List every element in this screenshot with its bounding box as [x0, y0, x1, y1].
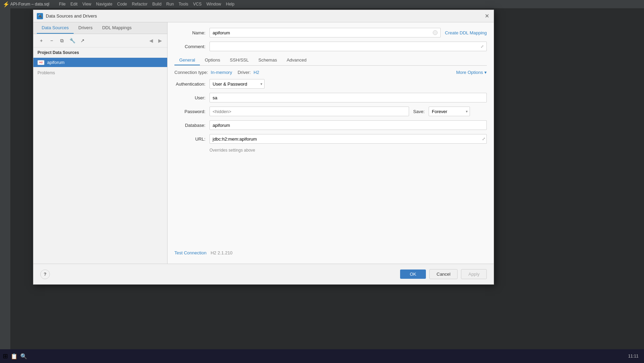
- menu-bar: ⚡ API-Forum – data.sql File Edit View Na…: [0, 0, 644, 8]
- menu-run[interactable]: Run: [164, 1, 176, 7]
- dialog-titlebar: 🔌 Data Sources and Drivers ✕: [33, 10, 494, 22]
- apply-button[interactable]: Apply: [461, 269, 487, 279]
- tab-advanced[interactable]: Advanced: [282, 55, 311, 65]
- more-options-chevron-icon: ▾: [484, 70, 487, 75]
- auth-select[interactable]: User & Password No auth OS credentials: [210, 79, 265, 89]
- tab-data-sources[interactable]: Data Sources: [37, 22, 74, 34]
- problems-label: Problems: [37, 70, 55, 75]
- url-expand-icon[interactable]: ⤢: [482, 136, 485, 141]
- auth-label: Authentication:: [174, 81, 205, 87]
- left-panel: Data Sources Drivers DDL Mappings + − ⧉ …: [33, 22, 168, 264]
- menu-edit[interactable]: Edit: [68, 1, 80, 7]
- nav-back-button[interactable]: ◀: [147, 37, 155, 44]
- dialog-title: Data Sources and Drivers: [46, 13, 481, 19]
- h2-version-label: H2 2.1.210: [211, 250, 233, 255]
- menu-window[interactable]: Window: [204, 1, 223, 7]
- right-panel: Name: apiforum Create DDL Mapping Commen…: [168, 22, 494, 264]
- ok-button[interactable]: OK: [400, 270, 426, 279]
- auth-select-container: User & Password No auth OS credentials ▾: [210, 79, 265, 89]
- menu-code[interactable]: Code: [115, 1, 129, 7]
- menu-build[interactable]: Build: [150, 1, 164, 7]
- tab-general[interactable]: General: [174, 55, 200, 65]
- menu-navigate[interactable]: Navigate: [94, 1, 114, 7]
- overrides-text: Overrides settings above: [174, 148, 487, 153]
- main-tab-bar: Data Sources Drivers DDL Mappings: [33, 22, 167, 34]
- dialog-icon: 🔌: [37, 13, 43, 19]
- url-field-row: URL: ⤢: [174, 134, 487, 144]
- datasource-item-apiforum[interactable]: H2 apiforum: [33, 58, 167, 67]
- section-header: Project Data Sources: [33, 47, 167, 58]
- user-field-row: User:: [174, 93, 487, 102]
- properties-button[interactable]: 🔧: [68, 36, 77, 45]
- test-connection-button[interactable]: Test Connection: [174, 250, 206, 255]
- database-input[interactable]: [210, 120, 487, 130]
- menu-view[interactable]: View: [80, 1, 93, 7]
- url-input-container: ⤢: [210, 134, 487, 144]
- taskbar-time: 11:11: [628, 354, 638, 359]
- taskbar: ⊞ 📋 🔍 11:11: [0, 349, 644, 363]
- user-label: User:: [174, 95, 205, 100]
- driver-value[interactable]: H2: [254, 70, 259, 75]
- datasource-label: apiforum: [47, 60, 65, 65]
- create-ddl-link[interactable]: Create DDL Mapping: [445, 30, 487, 35]
- test-connection-row: Test Connection H2 2.1.210: [174, 248, 487, 258]
- url-input[interactable]: [210, 134, 487, 144]
- save-select[interactable]: Forever Until restart Never: [429, 107, 470, 116]
- data-sources-dialog: 🔌 Data Sources and Drivers ✕ Data Source…: [33, 10, 494, 285]
- comment-field-row: Comment: ⤢: [174, 42, 487, 51]
- duplicate-button[interactable]: ⧉: [57, 36, 66, 45]
- password-label: Password:: [174, 109, 205, 114]
- tab-ddl-mappings[interactable]: DDL Mappings: [97, 22, 137, 34]
- connection-type-label: Connection type:: [174, 70, 208, 75]
- menu-vcs[interactable]: VCS: [191, 1, 204, 7]
- menu-tools[interactable]: Tools: [176, 1, 190, 7]
- left-toolbar: + − ⧉ 🔧 ↗ ◀ ▶: [33, 34, 167, 47]
- more-options-button[interactable]: More Options ▾: [456, 70, 487, 75]
- tab-schemas[interactable]: Schemas: [254, 55, 282, 65]
- comment-input[interactable]: ⤢: [210, 42, 487, 51]
- app-name: API-Forum – data.sql: [10, 2, 49, 7]
- user-input[interactable]: [210, 93, 487, 102]
- name-label: Name:: [174, 30, 205, 35]
- dialog-body: Data Sources Drivers DDL Mappings + − ⧉ …: [33, 22, 494, 264]
- name-input[interactable]: apiforum: [210, 28, 441, 37]
- database-label: Database:: [174, 123, 205, 128]
- comment-expand-icon: ⤢: [481, 44, 484, 49]
- tab-options[interactable]: Options: [200, 55, 225, 65]
- name-indicator: [433, 30, 438, 35]
- menu-file[interactable]: File: [57, 1, 67, 7]
- connection-type-value[interactable]: In-memory: [211, 70, 232, 75]
- inner-tab-bar: General Options SSH/SSL Schemas Advanced: [174, 55, 487, 66]
- driver-label: Driver:: [238, 70, 251, 75]
- close-button[interactable]: ✕: [483, 13, 490, 20]
- nav-forward-button[interactable]: ▶: [156, 37, 164, 44]
- datasource-icon: H2: [37, 60, 44, 65]
- add-button[interactable]: +: [37, 36, 46, 45]
- password-save-row: Password: Save: Forever Until restart Ne…: [174, 107, 487, 116]
- name-value: apiforum: [213, 30, 230, 35]
- database-field-row: Database:: [174, 120, 487, 130]
- save-label: Save:: [413, 109, 425, 114]
- name-field-row: Name: apiforum Create DDL Mapping: [174, 28, 487, 37]
- comment-label: Comment:: [174, 44, 205, 49]
- save-select-container: Forever Until restart Never ▾: [429, 107, 470, 116]
- connection-type-row: Connection type: In-memory Driver: H2 Mo…: [174, 70, 487, 75]
- tab-ssh-ssl[interactable]: SSH/SSL: [225, 55, 254, 65]
- menu-help[interactable]: Help: [224, 1, 237, 7]
- menu-refactor[interactable]: Refactor: [130, 1, 149, 7]
- problems-section: Problems: [33, 67, 167, 79]
- cancel-button[interactable]: Cancel: [429, 269, 458, 279]
- remove-button[interactable]: −: [47, 36, 56, 45]
- password-input[interactable]: [210, 107, 409, 116]
- more-options-label: More Options: [456, 70, 483, 75]
- dialog-footer: ? OK Cancel Apply: [33, 264, 494, 284]
- url-label: URL:: [174, 136, 205, 142]
- app-logo: ⚡: [3, 1, 10, 8]
- auth-field-row: Authentication: User & Password No auth …: [174, 79, 487, 89]
- help-button[interactable]: ?: [40, 270, 50, 279]
- tab-drivers[interactable]: Drivers: [74, 22, 97, 34]
- export-button[interactable]: ↗: [78, 36, 87, 45]
- right-panel-spacer: [174, 157, 487, 243]
